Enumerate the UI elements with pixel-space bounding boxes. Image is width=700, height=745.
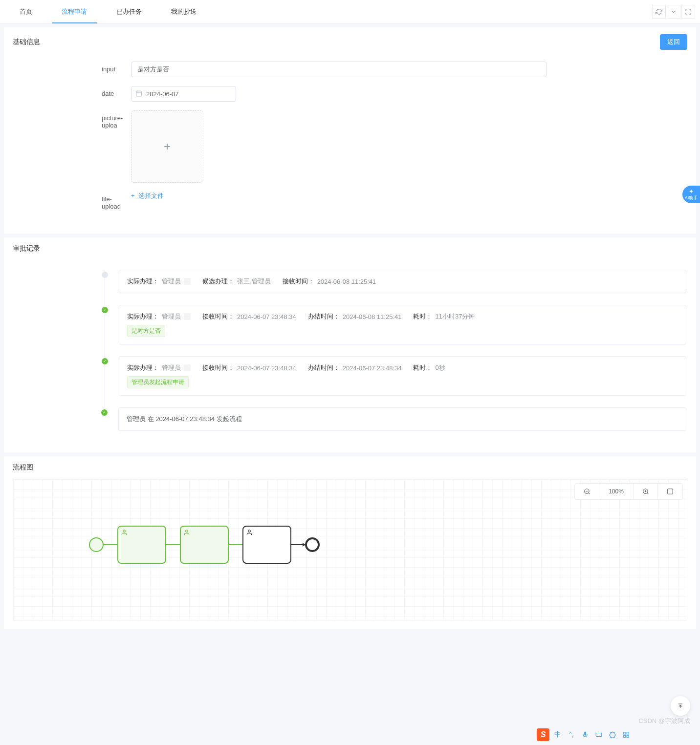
approval-records-title: 审批记录 xyxy=(13,244,40,253)
approval-records-panel: 审批记录 实际办理：管理员 候选办理：张三,管理员 接收时间：2024-06-0… xyxy=(4,237,696,452)
date-field[interactable]: 2024-06-07 xyxy=(131,86,236,102)
flow-task-node[interactable] xyxy=(117,526,166,564)
timeline-dot-done xyxy=(102,358,108,364)
flow-canvas[interactable]: 100% xyxy=(13,479,687,620)
picture-upload-box[interactable]: + xyxy=(131,110,203,183)
tab-home[interactable]: 首页 xyxy=(10,0,42,23)
top-tabs: 首页 流程申请 已办任务 我的抄送 xyxy=(0,0,700,23)
flow-task-node[interactable] xyxy=(180,526,229,564)
flow-chart-panel: 流程图 100% xyxy=(4,456,696,629)
timeline-dot-done xyxy=(101,409,108,416)
date-value: 2024-06-07 xyxy=(146,90,179,98)
timeline-item: 实际办理：管理员 接收时间：2024-06-07 23:48:34 办结时间：2… xyxy=(105,305,686,356)
top-right-actions xyxy=(652,5,695,19)
timeline-card: 管理员 在 2024-06-07 23:48:34 发起流程 xyxy=(118,407,686,431)
input-label: input xyxy=(14,62,131,73)
svg-point-12 xyxy=(123,530,126,532)
comment-tag: 管理员发起流程申请 xyxy=(127,376,189,388)
plus-small-icon: + xyxy=(131,192,135,199)
start-text: 管理员 在 2024-06-07 23:48:34 发起流程 xyxy=(127,415,242,424)
timeline: 实际办理：管理员 候选办理：张三,管理员 接收时间：2024-06-08 11:… xyxy=(4,260,696,452)
avatar-placeholder xyxy=(184,364,191,371)
date-label: date xyxy=(14,86,131,97)
file-upload-label: file-upload xyxy=(14,192,131,210)
flow-chart-title: 流程图 xyxy=(13,463,33,472)
basic-info-header: 基础信息 返回 xyxy=(4,27,696,57)
svg-rect-0 xyxy=(136,91,142,96)
svg-rect-11 xyxy=(668,489,673,494)
flow-task-node-current[interactable] xyxy=(242,526,291,564)
basic-info-title: 基础信息 xyxy=(13,38,40,46)
flow-connector xyxy=(229,544,242,545)
back-button[interactable]: 返回 xyxy=(660,34,687,50)
tab-done[interactable]: 已办任务 xyxy=(107,0,152,23)
user-task-icon xyxy=(183,529,190,536)
flow-chart-header: 流程图 xyxy=(4,456,696,479)
flow-end-node[interactable] xyxy=(305,537,320,552)
avatar-placeholder xyxy=(184,278,191,285)
chevron-down-icon[interactable] xyxy=(667,5,680,19)
svg-point-14 xyxy=(248,530,251,532)
timeline-card: 实际办理：管理员 接收时间：2024-06-07 23:48:34 办结时间：2… xyxy=(119,305,686,344)
file-select-button[interactable]: + 选择文件 xyxy=(131,192,164,199)
timeline-dot-done xyxy=(102,307,108,313)
plus-icon: + xyxy=(164,140,171,153)
flow-connector xyxy=(291,544,305,545)
tab-cc[interactable]: 我的抄送 xyxy=(161,0,206,23)
timeline-item: 实际办理：管理员 接收时间：2024-06-07 23:48:34 办结时间：2… xyxy=(105,356,686,407)
flow-toolbar: 100% xyxy=(574,483,683,500)
sparkle-icon: ✦ xyxy=(689,188,694,195)
refresh-icon[interactable] xyxy=(652,5,666,19)
fit-view-button[interactable] xyxy=(658,484,682,499)
picture-upload-label: picture-uploa xyxy=(14,110,131,129)
input-field[interactable] xyxy=(131,62,547,77)
zoom-out-button[interactable] xyxy=(575,484,599,499)
svg-line-5 xyxy=(588,493,590,494)
flow-connector xyxy=(166,544,180,545)
flow-diagram xyxy=(89,526,320,564)
user-task-icon xyxy=(246,529,253,536)
flow-start-node[interactable] xyxy=(89,537,104,552)
svg-point-13 xyxy=(186,530,188,532)
svg-line-8 xyxy=(647,493,648,494)
tab-apply[interactable]: 流程申请 xyxy=(52,0,97,23)
timeline-card: 实际办理：管理员 候选办理：张三,管理员 接收时间：2024-06-08 11:… xyxy=(119,270,686,293)
avatar-placeholder xyxy=(184,313,191,320)
fullscreen-icon[interactable] xyxy=(681,5,695,19)
zoom-level: 100% xyxy=(599,484,634,499)
timeline-item: 管理员 在 2024-06-07 23:48:34 发起流程 xyxy=(105,407,686,443)
ai-helper-button[interactable]: ✦ AI助手 xyxy=(682,186,700,203)
timeline-dot-pending xyxy=(102,272,108,278)
flow-connector xyxy=(104,544,117,545)
basic-info-panel: 基础信息 返回 input date 2024-06-07 picture-up… xyxy=(4,27,696,234)
calendar-icon xyxy=(135,90,142,98)
timeline-card: 实际办理：管理员 接收时间：2024-06-07 23:48:34 办结时间：2… xyxy=(119,356,686,396)
approval-records-header: 审批记录 xyxy=(4,237,696,260)
zoom-in-button[interactable] xyxy=(634,484,658,499)
comment-tag: 是对方是否 xyxy=(127,325,165,337)
user-task-icon xyxy=(121,529,128,536)
timeline-item: 实际办理：管理员 候选办理：张三,管理员 接收时间：2024-06-08 11:… xyxy=(105,270,686,305)
